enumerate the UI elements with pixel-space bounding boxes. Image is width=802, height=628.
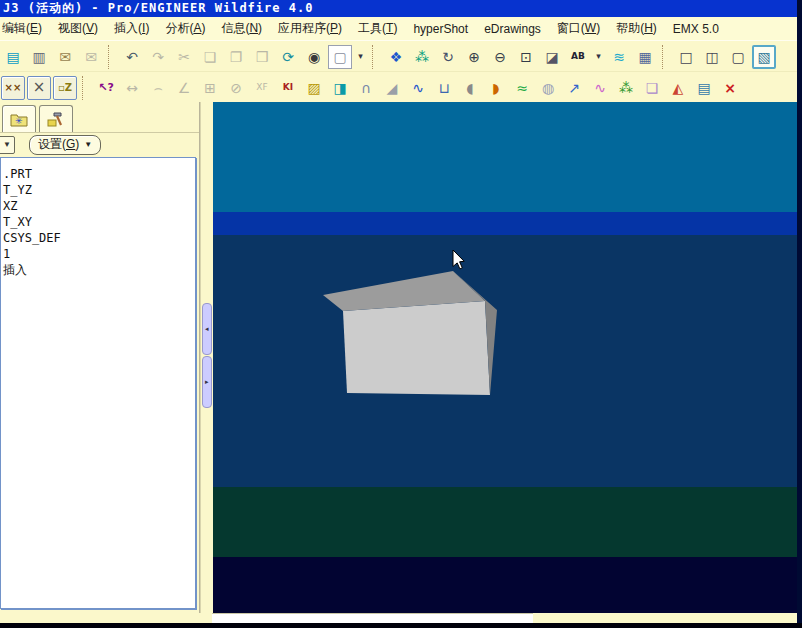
zoom-in-icon[interactable]: ⊕ [462, 45, 486, 69]
reflection-analysis-icon[interactable]: ◍ [536, 76, 560, 100]
model-tree-tab[interactable]: ✳ [2, 105, 36, 132]
menu-item[interactable]: 帮助(H) [608, 17, 665, 40]
expand-panel-button[interactable]: ▸ [202, 356, 212, 408]
icon-glyph: ≈ [516, 81, 528, 95]
model-tree-item[interactable]: 插入 [1, 262, 195, 278]
expand-arrow-icon: ▸ [205, 378, 209, 386]
hidden-line-display-icon[interactable]: ◫ [700, 45, 724, 69]
menu-item[interactable]: 应用程序(P) [270, 17, 350, 40]
saved-views-dropdown-icon[interactable]: ▾ [592, 45, 605, 69]
tools-tab[interactable] [39, 105, 73, 132]
repaint-icon[interactable]: ❖ [384, 45, 408, 69]
settings-button[interactable]: 设置(G) ▼ [29, 135, 101, 155]
measure-dimension-icon[interactable]: ⊞ [198, 76, 222, 100]
model-tree-item[interactable]: XZ [1, 198, 195, 214]
graphics-viewport[interactable] [213, 102, 797, 613]
menu-bar: 编辑(E) 视图(V) 插入(I) 分析(A) 信息(N) 应用程序(P) 工具… [0, 17, 797, 41]
model-tree-item[interactable]: 1 [1, 246, 195, 262]
color-map-icon[interactable]: ◗ [484, 76, 508, 100]
extruded-box-model[interactable] [323, 271, 497, 395]
menu-item[interactable]: 插入(I) [106, 17, 157, 40]
menu-item[interactable]: 工具(T) [350, 17, 405, 40]
menu-item[interactable]: 分析(A) [157, 17, 213, 40]
find-icon[interactable]: ◉ [302, 45, 326, 69]
mass-properties-icon[interactable]: KI [276, 76, 300, 100]
icon-glyph: KI [283, 83, 293, 92]
saved-views-icon[interactable]: AB [566, 45, 590, 69]
model-tree-item-label: T_YZ [3, 183, 32, 197]
model-tree-item[interactable]: .PRT [1, 166, 195, 182]
menu-item[interactable]: hyperShot [405, 19, 476, 39]
cut-icon[interactable]: ✂ [172, 45, 196, 69]
select-box-icon[interactable]: ▢ [328, 45, 352, 69]
icon-glyph: ◫ [705, 50, 718, 64]
draft-analysis-icon[interactable]: ◢ [380, 76, 404, 100]
measure-length-icon[interactable]: ⌢ [146, 76, 170, 100]
model-tree-item[interactable]: CSYS_DEF [1, 230, 195, 246]
menu-item[interactable]: 视图(V) [50, 17, 106, 40]
print-icon[interactable]: ▥ [27, 45, 51, 69]
menu-item[interactable]: eDrawings [476, 19, 549, 39]
paste-icon[interactable]: ❐ [224, 45, 248, 69]
zoom-refit-icon[interactable]: ⊡ [514, 45, 538, 69]
curvature-plot-icon[interactable]: ∿ [588, 76, 612, 100]
offset-planes-icon[interactable]: ❏ [640, 76, 664, 100]
icon-glyph: ▥ [32, 50, 45, 64]
model-tree-item-label: .PRT [3, 167, 32, 181]
undo-icon[interactable]: ↶ [120, 45, 144, 69]
datum-axis-display-icon[interactable]: × [27, 76, 51, 100]
print-to-mail-icon[interactable]: ✉ [53, 45, 77, 69]
measure-diameter-icon[interactable]: ⊘ [224, 76, 248, 100]
datum-point-display-icon[interactable]: ×× [1, 76, 25, 100]
mesh-analysis-icon[interactable]: ⁂ [614, 76, 638, 100]
saved-analyses-icon[interactable]: ▤ [692, 76, 716, 100]
context-help-icon[interactable]: ↖? [94, 76, 118, 100]
pipe-analysis-icon[interactable]: ∩ [354, 76, 378, 100]
color-fan-icon[interactable]: ◭ [666, 76, 690, 100]
model-tree-item[interactable]: T_XY [1, 214, 195, 230]
csys-display-icon[interactable]: ▫Z [53, 76, 77, 100]
surface-analysis-icon[interactable]: ⊔ [432, 76, 456, 100]
redo-icon[interactable]: ↷ [146, 45, 170, 69]
model-tree-item[interactable]: T_YZ [1, 182, 195, 198]
save-icon[interactable]: ▤ [1, 45, 25, 69]
normal-analysis-icon[interactable]: ↗ [562, 76, 586, 100]
panel-splitter[interactable]: ◂ ▸ [200, 102, 213, 613]
shaded-curvature-icon[interactable]: ◖ [458, 76, 482, 100]
collapse-panel-button[interactable]: ◂ [202, 303, 212, 355]
message-area [212, 613, 533, 623]
icon-glyph: ❏ [646, 81, 659, 95]
reorient-view-icon[interactable]: ◪ [540, 45, 564, 69]
application-window: J3 (活动的) - Pro/ENGINEER Wildfire 4.0 编辑(… [0, 0, 802, 628]
menu-item[interactable]: 信息(N) [213, 17, 270, 40]
no-hidden-display-icon[interactable]: ▢ [726, 45, 750, 69]
layers-icon[interactable]: ≋ [607, 45, 631, 69]
zoom-out-icon[interactable]: ⊖ [488, 45, 512, 69]
menu-item[interactable]: EMX 5.0 [665, 19, 727, 39]
dihedral-angle-icon[interactable]: ≈ [510, 76, 534, 100]
measure-angle-icon[interactable]: ∠ [172, 76, 196, 100]
select-dropdown-icon[interactable]: ▾ [354, 45, 367, 69]
curve-analysis-icon[interactable]: ∿ [406, 76, 430, 100]
icon-glyph: ▾ [596, 52, 601, 61]
svg-text:✳: ✳ [15, 116, 23, 126]
wireframe-display-icon[interactable]: □ [674, 45, 698, 69]
paste-special-icon[interactable]: ❒ [250, 45, 274, 69]
menu-item[interactable]: 编辑(E) [0, 17, 50, 40]
shaded-display-icon[interactable]: ▧ [752, 45, 776, 69]
copy-icon[interactable]: ❏ [198, 45, 222, 69]
model-tree-toggle-icon[interactable]: ▦ [633, 45, 657, 69]
volume-analysis-icon[interactable]: ◨ [328, 76, 352, 100]
title-bar[interactable]: J3 (活动的) - Pro/ENGINEER Wildfire 4.0 [0, 0, 802, 17]
measure-distance-icon[interactable]: ↔ [120, 76, 144, 100]
delete-all-analyses-icon[interactable]: × [718, 76, 742, 100]
orient-mode-icon[interactable]: ⁂ [410, 45, 434, 69]
menu-item[interactable]: 窗口(W) [549, 17, 608, 40]
icon-glyph: ❒ [256, 50, 269, 64]
section-analysis-icon[interactable]: ▨ [302, 76, 326, 100]
measure-transform-icon[interactable]: XF [250, 76, 274, 100]
show-combo-button[interactable]: ▼ [0, 136, 15, 154]
send-mail-icon[interactable]: ✉ [79, 45, 103, 69]
regenerate-icon[interactable]: ⟳ [276, 45, 300, 69]
spin-center-icon[interactable]: ↻ [436, 45, 460, 69]
